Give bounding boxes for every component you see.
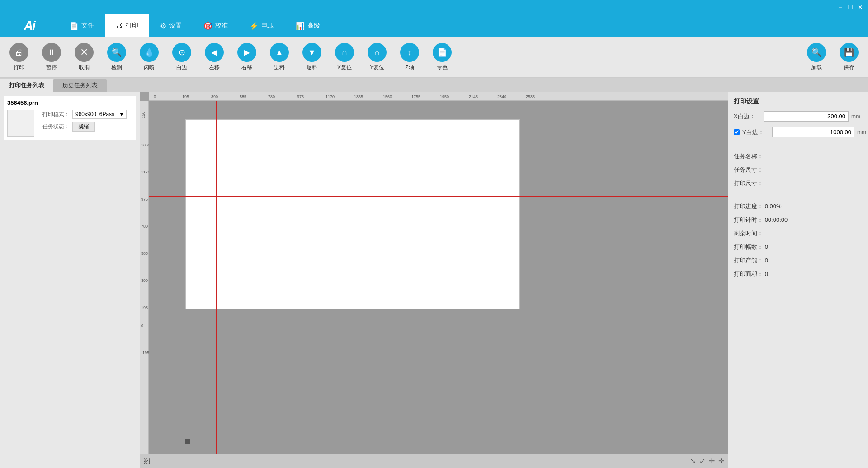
move-left-icon: ◀	[205, 43, 224, 62]
svg-text:2535: 2535	[526, 94, 535, 99]
print-time-label: 打印计时：	[734, 216, 763, 223]
canvas-area[interactable]: 0 195 390 585 780 975 1170 1365 1560 175…	[140, 92, 728, 468]
svg-text:-195: -195	[141, 351, 149, 355]
zoom-fit-button[interactable]: ⤡	[690, 457, 696, 465]
restore-button[interactable]: ❐	[846, 3, 854, 11]
progress-row: 打印进度： 0.00%	[734, 202, 863, 211]
ruler-top: 0 195 390 585 780 975 1170 1365 1560 175…	[149, 92, 728, 101]
menu-voltage[interactable]: ⚡ 电压	[239, 14, 285, 37]
crosshair-button[interactable]: ✛	[709, 457, 715, 465]
pause-button[interactable]: ⏸ 暂停	[36, 39, 67, 75]
task-card: 356456.prn 打印模式： 960x900_6Pass ▼ 任务状态： 就…	[4, 96, 136, 140]
x-reset-button[interactable]: ⌂ X复位	[329, 39, 360, 75]
load-button[interactable]: 🔍 加载	[801, 39, 832, 75]
menu-calibrate-label: 校准	[215, 22, 228, 30]
retract-button[interactable]: ▼ 退料	[297, 39, 327, 75]
svg-text:0: 0	[154, 94, 156, 99]
task-mode-row: 打印模式： 960x900_6Pass ▼	[42, 110, 127, 119]
area-label: 打印面积：	[734, 271, 763, 277]
origin-dot	[185, 439, 190, 444]
menu-calibrate[interactable]: 🎯 校准	[193, 14, 239, 37]
svg-text:195: 195	[182, 94, 189, 99]
x-margin-row: X白边： mm	[734, 111, 863, 122]
canvas-left-btn: 🖼	[144, 458, 150, 465]
status-label: 任务状态：	[42, 123, 70, 131]
y-margin-label: Y白边：	[742, 128, 769, 136]
divider2	[734, 195, 863, 195]
passes-label: 打印幅数：	[734, 243, 763, 250]
ruler-left: 150 1365 1170 975 780 585 390 195 0 -195	[140, 101, 149, 454]
x-margin-input[interactable]	[764, 111, 849, 122]
margin-tool-icon: ⊙	[172, 43, 191, 62]
y-margin-checkbox[interactable]	[734, 129, 740, 135]
canvas-viewport[interactable]	[149, 101, 728, 454]
toolbar-right: 🔍 加载 💾 保存	[801, 39, 864, 75]
save-button[interactable]: 💾 保存	[834, 39, 864, 75]
y-reset-icon: ⌂	[368, 43, 387, 62]
y-margin-input[interactable]	[772, 127, 854, 137]
svg-text:780: 780	[141, 224, 148, 229]
svg-text:1950: 1950	[440, 94, 449, 99]
menu-advanced-label: 高级	[307, 22, 320, 30]
detect-button[interactable]: 🔍 检测	[101, 39, 132, 75]
feed-button[interactable]: ▲ 进料	[264, 39, 295, 75]
menu-advanced[interactable]: 📊 高级	[285, 14, 331, 37]
y-reset-label: Y复位	[370, 64, 384, 71]
right-panel: 打印设置 X白边： mm Y白边： mm 任务名称： 任务尺寸： 打印尺寸： 打…	[728, 92, 868, 468]
mode-label: 打印模式：	[42, 111, 70, 118]
toolbar: 🖨 打印 ⏸ 暂停 ✕ 取消 🔍 检测 💧 闪喷 ⊙ 白边 ◀ 左移 ▶ 右移 …	[0, 37, 868, 78]
x-reset-icon: ⌂	[335, 43, 354, 62]
logo-text: Ai	[24, 19, 35, 33]
task-status-row: 任务状态： 就绪	[42, 122, 127, 132]
y-reset-button[interactable]: ⌂ Y复位	[362, 39, 392, 75]
svg-text:1365: 1365	[354, 94, 363, 99]
left-panel: 356456.prn 打印模式： 960x900_6Pass ▼ 任务状态： 就…	[0, 92, 140, 468]
svg-text:585: 585	[240, 94, 246, 99]
menu-voltage-label: 电压	[261, 22, 274, 30]
main-content: 356456.prn 打印模式： 960x900_6Pass ▼ 任务状态： 就…	[0, 92, 868, 468]
menu-print[interactable]: 🖨 打印	[105, 14, 149, 37]
feed-icon: ▲	[270, 43, 289, 62]
mode-value: 960x900_6Pass	[75, 111, 114, 117]
menu-settings[interactable]: ⚙ 设置	[149, 14, 193, 37]
z-axis-button[interactable]: ↕ Z轴	[394, 39, 425, 75]
canvas-image-button[interactable]: 🖼	[144, 458, 150, 465]
y-margin-unit: mm	[857, 129, 868, 136]
area-value: 0.	[765, 271, 770, 277]
margin-tool-label: 白边	[176, 64, 187, 71]
detect-tool-label: 检测	[111, 64, 122, 71]
tab-task-list[interactable]: 打印任务列表	[0, 79, 53, 92]
svg-text:0: 0	[141, 323, 143, 328]
settings-icon: ⚙	[160, 22, 166, 30]
svg-text:195: 195	[141, 305, 148, 310]
print-tool-icon: 🖨	[9, 43, 28, 62]
retract-icon: ▼	[302, 43, 321, 62]
minimize-button[interactable]: －	[836, 3, 844, 11]
cancel-button[interactable]: ✕ 取消	[69, 39, 99, 75]
tabbar: 打印任务列表 历史任务列表	[0, 78, 868, 92]
spray-button[interactable]: 💧 闪喷	[134, 39, 165, 75]
close-button[interactable]: ✕	[856, 3, 864, 11]
file-icon: 📄	[70, 22, 79, 30]
margin-button[interactable]: ⊙ 白边	[166, 39, 197, 75]
menubar: Ai 📄 文件 🖨 打印 ⚙ 设置 🎯 校准 ⚡ 电压 📊 高级	[0, 14, 868, 37]
print-time-value: 00:00:00	[765, 216, 788, 223]
load-label: 加载	[811, 64, 822, 71]
tab-history[interactable]: 历史任务列表	[53, 79, 107, 92]
svg-text:2145: 2145	[469, 94, 478, 99]
area-row: 打印面积： 0.	[734, 270, 863, 278]
menu-file[interactable]: 📄 文件	[59, 14, 105, 37]
move-right-button[interactable]: ▶ 右移	[231, 39, 262, 75]
print-button[interactable]: 🖨 打印	[4, 39, 34, 75]
move-left-button[interactable]: ◀ 左移	[199, 39, 230, 75]
save-icon: 💾	[840, 43, 859, 62]
special-button[interactable]: 📄 专色	[427, 39, 458, 75]
load-icon: 🔍	[807, 43, 826, 62]
expand-button[interactable]: ✛	[718, 457, 724, 465]
advanced-icon: 📊	[296, 22, 305, 30]
voltage-icon: ⚡	[250, 22, 259, 30]
svg-text:1170: 1170	[326, 94, 335, 99]
zoom-full-button[interactable]: ⤢	[699, 457, 705, 465]
x-margin-unit: mm	[851, 113, 863, 120]
mode-dropdown[interactable]: 960x900_6Pass ▼	[72, 110, 127, 119]
